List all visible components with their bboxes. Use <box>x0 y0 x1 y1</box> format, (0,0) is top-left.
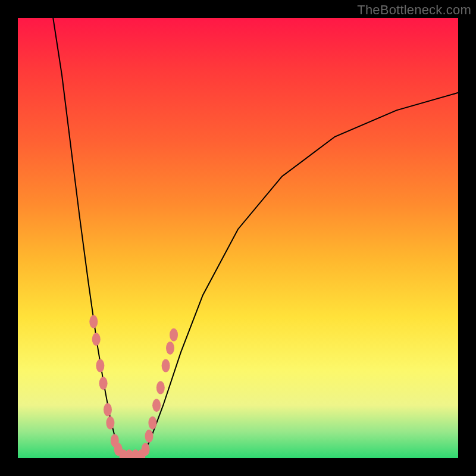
bead-marker <box>104 403 112 416</box>
bead-marker <box>152 399 161 412</box>
bead-marker <box>162 359 170 372</box>
bead-marker <box>137 449 145 458</box>
bead-marker <box>156 381 165 394</box>
bead-marker <box>142 443 150 456</box>
bead-marker <box>99 377 108 390</box>
bead-marker <box>166 342 174 355</box>
chart-frame: TheBottleneck.com <box>0 0 476 476</box>
bead-marker <box>145 430 154 443</box>
bead-marker <box>170 328 178 342</box>
watermark-text: TheBottleneck.com <box>357 2 471 18</box>
bead-marker <box>89 315 98 328</box>
bottleneck-curve <box>18 18 458 458</box>
bead-marker <box>106 416 114 430</box>
scatter-beads <box>89 315 178 458</box>
bead-marker <box>111 434 119 447</box>
plot-gradient-background <box>18 18 458 458</box>
bead-marker <box>114 443 123 456</box>
curve-left-branch <box>53 18 123 458</box>
bead-marker <box>148 416 156 430</box>
bead-marker <box>120 449 128 458</box>
bead-marker <box>125 449 133 458</box>
bead-marker <box>96 359 104 372</box>
bead-marker <box>131 449 140 458</box>
curve-right-branch <box>141 93 458 458</box>
bead-marker <box>92 333 101 346</box>
